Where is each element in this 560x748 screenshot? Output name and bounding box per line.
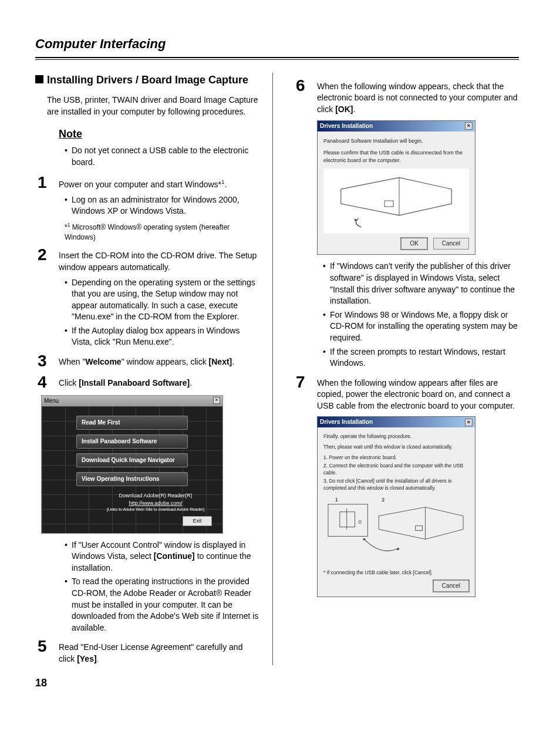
note-heading: Note xyxy=(59,127,261,141)
ok-button[interactable]: OK xyxy=(401,238,427,250)
menu-button-install[interactable]: Install Panaboard Software xyxy=(76,434,188,449)
step-number: 5 xyxy=(35,638,59,655)
t: . xyxy=(97,654,99,663)
right-column: 6 When the following window appears, che… xyxy=(272,73,519,665)
step-body: Read "End-User License Agreement" carefu… xyxy=(59,638,261,665)
bullet: Log on as an administrator for Windows 2… xyxy=(65,194,261,217)
heading-rule xyxy=(35,57,519,60)
menu-button-readme[interactable]: Read Me First xyxy=(76,416,188,430)
instr1: Finally, operate the following procedure… xyxy=(323,433,469,440)
label-1: 1 xyxy=(335,497,338,503)
dialog-buttons: Cancel xyxy=(323,580,469,592)
dialog-title: Drivers Installation xyxy=(320,122,373,130)
note-bullet-list: Do not yet connect a USB cable to the el… xyxy=(65,145,261,168)
menu-button-view-instructions[interactable]: View Operating Instructions xyxy=(76,472,188,486)
svg-point-1 xyxy=(355,219,357,221)
square-bullet-icon xyxy=(35,75,43,83)
step-2: 2 Insert the CD-ROM into the CD-ROM driv… xyxy=(35,247,261,273)
two-column-layout: Installing Drivers / Board Image Capture… xyxy=(35,73,519,665)
list-item: 2. Connect the electronic board and the … xyxy=(323,463,469,477)
numbered-list: 1. Power on the electronic board. 2. Con… xyxy=(323,454,469,491)
svg-rect-0 xyxy=(384,201,393,207)
step-number: 6 xyxy=(294,78,317,94)
bullet: If "User Account Control" window is disp… xyxy=(65,540,261,574)
dialog-title: Drivers Installation xyxy=(320,418,373,426)
adobe-download-block: Download Adobe(R) Reader(R) http://www.a… xyxy=(97,492,214,513)
instr2: Then, please wait until this window is c… xyxy=(323,444,469,451)
bullet: To read the operating instructions in th… xyxy=(65,576,261,634)
dialog-body: Panaboard Software Installation will beg… xyxy=(318,132,475,255)
adobe-link[interactable]: http://www.adobe.com/ xyxy=(97,500,214,507)
step-4-bullets: If "User Account Control" window is disp… xyxy=(65,540,261,634)
svg-rect-7 xyxy=(416,525,423,530)
left-column: Installing Drivers / Board Image Capture… xyxy=(35,73,272,665)
bold-ok: [OK] xyxy=(335,105,353,114)
bullet: If the screen prompts to restart Windows… xyxy=(323,346,519,369)
step-1-bullets: Log on as an administrator for Windows 2… xyxy=(65,194,261,217)
adobe-fineprint: (Links to Adobe Web Site to download Ado… xyxy=(97,507,214,513)
step-4: 4 Click [Install Panaboard Software]. xyxy=(35,374,261,390)
dialog-line1: Panaboard Software Installation will beg… xyxy=(323,137,469,145)
step-body: Insert the CD-ROM into the CD-ROM drive.… xyxy=(59,247,261,273)
menu-window-figure: Menu × Read Me First Install Panaboard S… xyxy=(41,395,223,534)
page-title: Computer Interfacing xyxy=(35,35,519,53)
intro-paragraph: The USB, printer, TWAIN driver and Board… xyxy=(47,95,261,117)
cancel-button[interactable]: Cancel xyxy=(433,580,469,592)
step-body: When the following window appears, check… xyxy=(317,78,519,116)
t: When " xyxy=(59,357,85,366)
dialog-line2: Please confirm that the USB cable is dis… xyxy=(323,149,469,164)
menu-body: Read Me First Install Panaboard Software… xyxy=(42,406,222,533)
bold-yes: [Yes] xyxy=(77,654,96,663)
list-item: 3. Do not click [Cancel] until the insta… xyxy=(323,478,469,492)
step-5: 5 Read "End-User License Agreement" care… xyxy=(35,638,261,665)
close-icon[interactable]: × xyxy=(213,397,220,404)
label-2: 2 xyxy=(382,497,384,503)
cancel-button[interactable]: Cancel xyxy=(433,238,469,250)
step-text: Power on your computer and start Windows… xyxy=(59,179,221,188)
list-item: 1. Power on the electronic board. xyxy=(323,454,469,461)
board-illustration xyxy=(323,169,469,233)
drivers-installation-dialog-2: Drivers Installation × Finally, operate … xyxy=(317,416,475,597)
close-icon[interactable]: × xyxy=(465,419,473,426)
bullet: Depending on the operating system or the… xyxy=(65,277,261,323)
menu-button-download-qin[interactable]: Download Quick Image Navigator xyxy=(76,453,188,467)
adobe-head: Download Adobe(R) Reader(R) xyxy=(119,493,192,498)
bold-next: [Next] xyxy=(209,357,232,366)
step-number: 4 xyxy=(35,374,59,390)
step-number: 2 xyxy=(35,247,59,263)
svg-rect-3 xyxy=(340,511,355,527)
t: . xyxy=(190,378,192,388)
menu-title: Menu xyxy=(44,397,59,405)
t: . xyxy=(232,357,234,366)
step-number: 1 xyxy=(35,174,59,191)
svg-text:0: 0 xyxy=(359,518,362,524)
step-6-bullets: If "Windows can't verify the publisher o… xyxy=(323,261,519,369)
step-2-bullets: Depending on the operating system or the… xyxy=(65,277,261,349)
dialog-footnote: * If connecting the USB cable later, cli… xyxy=(323,570,469,577)
bold-continue: [Continue] xyxy=(154,551,195,561)
subsection-title: Installing Drivers / Board Image Capture xyxy=(47,73,248,87)
dialog-buttons: OK Cancel xyxy=(323,238,469,250)
step-7: 7 When the following window appears afte… xyxy=(294,374,519,412)
bullet: If "Windows can't verify the publisher o… xyxy=(323,261,519,306)
step-text-post: . xyxy=(224,179,227,188)
note-bullet: Do not yet connect a USB cable to the el… xyxy=(65,145,261,168)
bold-welcome: Welcome xyxy=(85,357,121,366)
connection-diagram: 1 2 0 xyxy=(323,496,469,566)
step-body: When "Welcome" window appears, click [Ne… xyxy=(59,353,261,368)
close-icon[interactable]: × xyxy=(465,122,473,130)
dialog-titlebar: Drivers Installation × xyxy=(318,121,475,132)
subsection-heading: Installing Drivers / Board Image Capture xyxy=(35,73,261,87)
svg-rect-2 xyxy=(328,504,367,537)
menu-titlebar: Menu × xyxy=(42,396,222,406)
step-3: 3 When "Welcome" window appears, click [… xyxy=(35,353,261,369)
step-6: 6 When the following window appears, che… xyxy=(294,78,519,116)
exit-button[interactable]: Exit xyxy=(183,516,212,526)
t: Click xyxy=(59,378,79,388)
step-body: When the following window appears after … xyxy=(317,374,519,412)
dialog-body: Finally, operate the following procedure… xyxy=(318,427,475,596)
bullet: For Windows 98 or Windows Me, a floppy d… xyxy=(323,309,519,344)
fn-body: Microsoft® Windows® operating system (he… xyxy=(65,223,230,241)
t: . xyxy=(353,105,355,114)
step-1-footnote: *1 Microsoft® Windows® operating system … xyxy=(65,222,261,242)
